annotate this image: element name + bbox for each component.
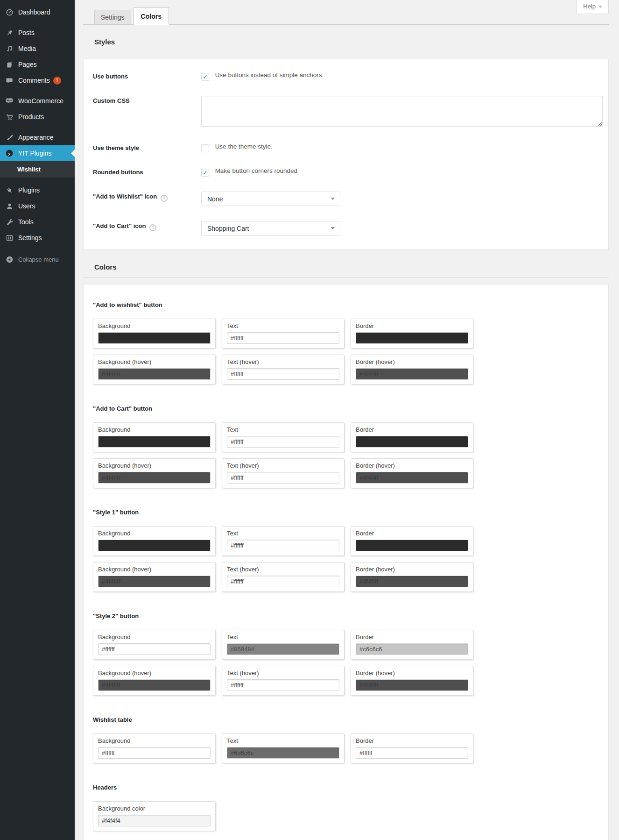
color-field: Background [93,630,216,660]
sidebar-item-settings[interactable]: Settings [0,230,75,246]
color-value-input[interactable] [227,679,339,691]
sidebar-item-pages[interactable]: Pages [0,57,75,72]
color-value-input[interactable] [98,679,211,691]
color-field: Text (hover) [222,458,345,488]
color-value-input[interactable] [98,472,211,484]
sidebar-item-woocommerce[interactable]: Woo WooCommerce [0,93,75,109]
sidebar-item-media[interactable]: Media [0,41,75,57]
color-value-input[interactable] [356,643,468,655]
color-value-input[interactable] [98,643,211,655]
tab-settings[interactable]: Settings [94,10,131,25]
custom-css-textarea[interactable] [201,96,603,127]
sidebar-item-label: WooCommerce [18,97,63,105]
color-value-input[interactable] [356,679,468,691]
sidebar-item-appearance[interactable]: Appearance [0,129,75,145]
color-value-input[interactable] [227,540,339,551]
cart-icon-row: "Add to Cart" icon? Shopping Cart [93,221,603,235]
color-value-input[interactable] [356,368,468,380]
wishlist-icon-select[interactable]: None [201,192,340,206]
use-theme-style-checkbox-label: Use the theme style. [215,143,273,150]
color-group-title: Wishlist table [93,716,603,723]
sidebar-item-plugins[interactable]: Plugins [0,182,75,198]
color-group: "Style 2" button Background Text Border … [93,612,603,696]
help-question-icon[interactable]: ? [149,224,156,231]
yit-icon: y [5,149,14,158]
color-field: Text [222,733,345,763]
color-field-label: Background [98,530,211,537]
color-field-label: Text (hover) [227,566,339,573]
color-value-input[interactable] [98,436,211,448]
color-field: Border [351,630,473,660]
color-value-input[interactable] [227,747,339,759]
cart-icon-select-value: Shopping Cart [207,225,249,232]
color-value-input[interactable] [356,436,468,448]
color-group: Wishlist table Background Text Border [93,716,603,763]
styles-section-title: Styles [94,38,609,46]
sidebar-item-dashboard[interactable]: Dashboard [0,4,75,20]
sidebar-item-label: Media [18,45,36,52]
dashboard-icon [5,7,14,17]
color-field-label: Text [227,530,339,537]
help-dropdown[interactable]: Help [577,0,609,14]
sidebar-item-users[interactable]: Users [0,198,75,214]
color-value-input[interactable] [356,472,468,484]
color-field-label: Text [227,426,339,433]
color-field: Border (hover) [351,458,473,488]
tab-colors[interactable]: Colors [134,7,169,25]
color-value-input[interactable] [356,576,468,587]
use-buttons-checkbox[interactable]: ✓ [201,73,209,81]
color-value-input[interactable] [227,436,339,448]
collapse-menu-button[interactable]: Collapse menu [0,251,75,267]
color-value-input[interactable] [356,540,468,551]
color-value-input[interactable] [356,747,468,759]
sidebar-item-label: Pages [18,61,37,68]
pages-icon [5,60,14,69]
color-group: "Add to wishlist" button Background Text… [93,301,603,384]
sidebar-item-comments[interactable]: Comments 1 [0,72,75,88]
sidebar-item-tools[interactable]: Tools [0,214,75,230]
color-group-title: "Add to Cart" button [93,405,603,412]
color-field-label: Background (hover) [98,358,211,365]
color-field-label: Background [98,426,211,433]
sidebar-item-products[interactable]: Products [0,109,75,125]
color-group-title: "Add to wishlist" button [93,301,603,308]
color-value-input[interactable] [227,643,339,655]
color-field: Background (hover) [93,666,216,696]
brush-icon [5,133,14,142]
color-value-input[interactable] [227,576,339,587]
styles-panel: Use buttons ✓ Use buttons instead of sim… [83,59,609,250]
sidebar-item-posts[interactable]: Posts [0,25,75,41]
caret-down-icon [331,227,335,229]
color-value-input[interactable] [227,472,339,484]
color-value-input[interactable] [227,368,339,380]
color-value-input[interactable] [98,815,211,826]
color-field-label: Text [227,634,339,641]
color-value-input[interactable] [98,576,211,587]
sidebar-item-label: Settings [18,234,42,242]
color-field-label: Background color [98,805,211,812]
svg-text:Woo: Woo [7,99,12,102]
color-field-label: Background [98,322,211,329]
wishlist-icon-label: "Add to Wishlist" icon [93,193,157,200]
help-question-icon[interactable]: ? [161,195,168,202]
use-theme-style-checkbox[interactable]: ✓ [201,144,209,152]
color-field-label: Border [356,426,468,433]
color-value-input[interactable] [227,332,339,344]
cart-icon-select[interactable]: Shopping Cart [201,221,340,235]
colors-panel: "Add to wishlist" button Background Text… [83,284,609,840]
color-value-input[interactable] [98,747,211,759]
rounded-buttons-label: Rounded buttons [93,167,201,177]
color-group-title: "Style 2" button [93,612,603,619]
custom-css-label: Custom CSS [93,96,201,128]
sidebar-subitem-wishlist[interactable]: Wishlist [0,161,75,178]
color-value-input[interactable] [356,332,468,344]
color-field-label: Border (hover) [356,358,468,365]
wrench-icon [5,217,14,227]
rounded-buttons-checkbox[interactable]: ✓ [201,169,209,177]
color-value-input[interactable] [98,332,211,344]
color-field: Background color [93,801,216,831]
color-group: Headers Background color [93,784,603,831]
color-value-input[interactable] [98,368,211,380]
sidebar-item-yit-plugins[interactable]: y YIT Plugins [0,145,75,161]
color-value-input[interactable] [98,540,211,551]
